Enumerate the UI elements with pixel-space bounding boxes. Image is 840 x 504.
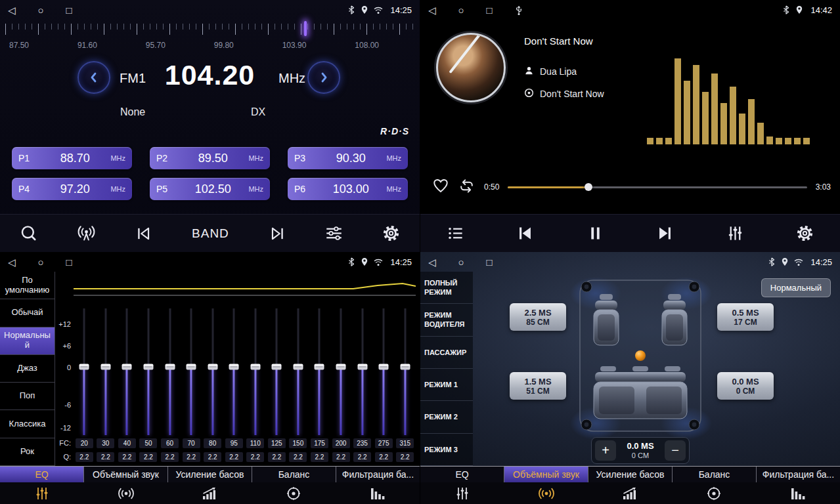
tab-bass-boost[interactable]: Усиление басов [168, 467, 252, 482]
slider-handle[interactable] [165, 364, 175, 369]
next-station-icon[interactable] [269, 225, 286, 242]
tab-filter[interactable]: Фильтрация ба... [336, 467, 420, 482]
mode-full[interactable]: ПОЛНЫЙ РЕЖИМ [420, 272, 473, 304]
tune-up-button[interactable] [307, 61, 340, 94]
mixer-icon[interactable] [726, 224, 744, 242]
delay-rear-right[interactable]: 0.0 MS 0 CM [717, 372, 774, 400]
eq-band-slider[interactable] [309, 307, 330, 436]
surround-tab-icon[interactable] [84, 486, 168, 501]
eq-band-slider[interactable] [394, 307, 416, 436]
bass-boost-tab-icon[interactable] [588, 486, 673, 501]
sound-preset-button[interactable]: Нормальный [761, 278, 831, 297]
slider-handle[interactable] [229, 364, 239, 369]
slider-handle[interactable] [250, 364, 260, 369]
back-button[interactable]: ◁ [8, 5, 16, 15]
eq-band-slider[interactable] [138, 307, 160, 436]
tab-balance[interactable]: Баланс [673, 467, 757, 482]
repeat-icon[interactable] [458, 178, 475, 197]
slider-handle[interactable] [100, 364, 110, 369]
previous-station-icon[interactable] [135, 225, 152, 242]
delay-front-left[interactable]: 2.5 MS 85 CM [510, 303, 566, 331]
previous-track-icon[interactable] [516, 224, 534, 242]
preset-p1[interactable]: P1 88.70 MHz [12, 147, 132, 169]
slider-handle[interactable] [208, 364, 217, 369]
slider-handle[interactable] [187, 364, 196, 369]
home-button[interactable]: ○ [38, 257, 44, 267]
eq-preset-normal[interactable]: Нормальный [0, 327, 55, 355]
slider-handle[interactable] [79, 364, 89, 369]
eq-band-slider[interactable] [245, 307, 267, 436]
preset-p6[interactable]: P6 103.00 MHz [288, 178, 408, 200]
eq-band-slider[interactable] [288, 307, 309, 436]
frequency-scale[interactable] [5, 22, 414, 37]
mode-2[interactable]: РЕЖИМ 2 [420, 401, 473, 433]
slider-handle[interactable] [143, 364, 153, 369]
slider-handle[interactable] [400, 364, 410, 369]
progress-knob[interactable] [585, 183, 592, 191]
eq-band-slider[interactable] [330, 307, 352, 436]
eq-band-slider[interactable] [159, 307, 181, 436]
eq-preset-pop[interactable]: Поп [0, 383, 55, 410]
playlist-icon[interactable] [447, 224, 464, 242]
tab-balance[interactable]: Баланс [252, 467, 336, 482]
tab-surround-sound[interactable]: Объёмный звук [504, 467, 588, 482]
eq-preset-jazz[interactable]: Джаз [0, 355, 55, 383]
home-button[interactable]: ○ [458, 5, 464, 15]
tab-surround-sound[interactable]: Объёмный звук [84, 467, 168, 482]
slider-handle[interactable] [357, 364, 367, 369]
broadcast-icon[interactable] [77, 224, 96, 242]
recents-button[interactable]: □ [66, 5, 72, 15]
eq-tab-icon[interactable] [420, 486, 504, 501]
preset-p4[interactable]: P4 97.20 MHz [12, 178, 132, 200]
eq-preset-classic[interactable]: Классика [0, 410, 55, 438]
slider-handle[interactable] [379, 364, 389, 369]
band-button[interactable]: BAND [192, 226, 229, 241]
slider-handle[interactable] [293, 364, 303, 369]
eq-band-slider[interactable] [373, 307, 395, 436]
settings-gear-icon[interactable] [382, 224, 400, 242]
home-button[interactable]: ○ [458, 257, 464, 267]
slider-handle[interactable] [336, 364, 346, 369]
filter-tab-icon[interactable] [756, 486, 840, 501]
tab-bass-boost[interactable]: Усиление басов [588, 467, 673, 482]
pause-icon[interactable] [586, 224, 604, 242]
eq-band-slider[interactable] [223, 307, 245, 436]
eq-band-slider[interactable] [202, 307, 223, 436]
surround-tab-icon[interactable] [504, 486, 588, 501]
delay-rear-left[interactable]: 1.5 MS 51 CM [510, 372, 566, 400]
equalizer-icon[interactable] [325, 224, 343, 242]
eq-band-slider[interactable] [116, 307, 138, 436]
mode-passenger[interactable]: ПАССАЖИР [420, 337, 473, 369]
home-button[interactable]: ○ [38, 5, 44, 15]
preset-p2[interactable]: P2 89.50 MHz [150, 147, 270, 169]
preset-p3[interactable]: P3 90.30 MHz [288, 147, 408, 169]
eq-band-slider[interactable] [95, 307, 117, 436]
eq-band-slider[interactable] [266, 307, 288, 436]
slider-handle[interactable] [315, 364, 324, 369]
eq-band-slider[interactable] [74, 307, 95, 436]
slider-handle[interactable] [122, 364, 132, 369]
favorite-icon[interactable] [432, 177, 449, 197]
decrease-delay-button[interactable]: − [665, 440, 686, 461]
back-button[interactable]: ◁ [8, 257, 16, 267]
mode-driver[interactable]: РЕЖИМ ВОДИТЕЛЯ [420, 304, 473, 336]
filter-tab-icon[interactable] [336, 486, 420, 501]
delay-front-right[interactable]: 0.5 MS 17 CM [717, 303, 774, 331]
back-button[interactable]: ◁ [428, 257, 436, 267]
recents-button[interactable]: □ [487, 5, 493, 15]
preset-p5[interactable]: P5 102.50 MHz [150, 178, 270, 200]
scan-icon[interactable] [20, 224, 37, 242]
eq-preset-rock[interactable]: Рок [0, 438, 55, 466]
balance-tab-icon[interactable] [252, 486, 336, 501]
balance-tab-icon[interactable] [672, 486, 756, 501]
back-button[interactable]: ◁ [428, 5, 436, 15]
recents-button[interactable]: □ [66, 257, 72, 267]
tab-eq[interactable]: EQ [420, 467, 504, 482]
bass-boost-tab-icon[interactable] [168, 486, 252, 501]
eq-preset-default[interactable]: По умолчанию [0, 272, 55, 299]
eq-band-slider[interactable] [351, 307, 373, 436]
increase-delay-button[interactable]: + [595, 440, 616, 461]
tab-filter[interactable]: Фильтрация ба... [757, 467, 840, 482]
recents-button[interactable]: □ [487, 257, 493, 267]
eq-band-slider[interactable] [181, 307, 202, 436]
